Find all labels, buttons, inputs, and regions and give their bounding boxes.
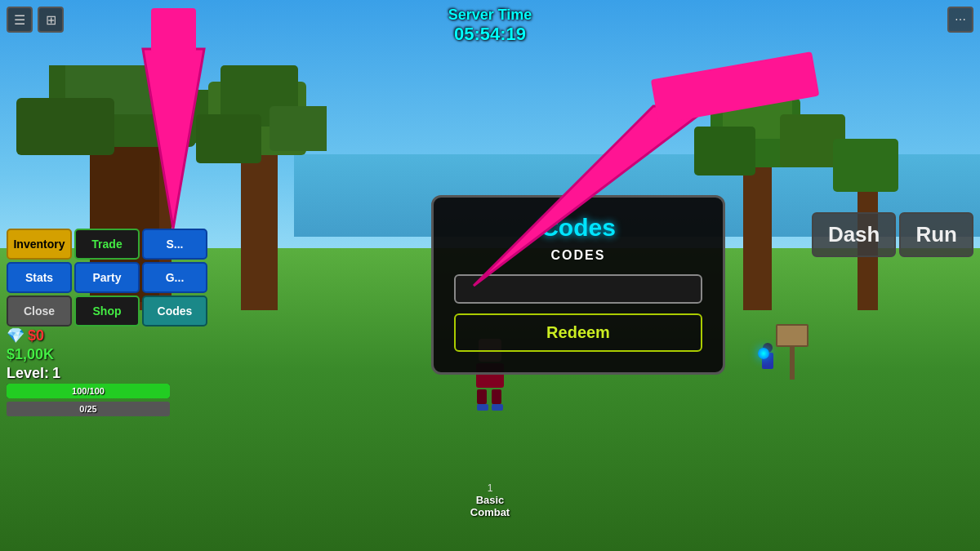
codes-modal: Codes CODES Redeem: [431, 195, 725, 375]
top-left-icons: ☰ ⊞: [7, 7, 64, 33]
codes-modal-subtitle: CODES: [454, 248, 702, 263]
left-menu: Inventory Trade S... Stats Party G... Cl…: [7, 229, 207, 327]
inventory-button[interactable]: Inventory: [7, 229, 72, 260]
guild-button[interactable]: G...: [142, 262, 207, 293]
codes-modal-title: Codes: [454, 214, 702, 242]
codes-button[interactable]: Codes: [142, 295, 207, 327]
char-leg-left: [477, 389, 487, 404]
codes-input-area: [454, 274, 702, 304]
gems-row: 💎 $0: [7, 327, 60, 344]
trade-button[interactable]: Trade: [74, 229, 140, 260]
level-row: Level: 1: [7, 365, 60, 382]
stamina-bar-background: 0/25: [7, 402, 170, 416]
shop-button[interactable]: Shop: [74, 295, 140, 327]
run-button[interactable]: Run: [899, 212, 973, 257]
sign-pole: [790, 347, 795, 380]
slot-label: Basic Combat: [470, 494, 510, 518]
level-value: 1: [52, 365, 60, 382]
diamond-icon: 💎: [7, 327, 24, 344]
redeem-button[interactable]: Redeem: [454, 313, 702, 352]
settings-icon[interactable]: ⋯: [947, 7, 973, 33]
gems-value: $0: [28, 327, 44, 344]
party-button[interactable]: Party: [74, 262, 140, 293]
svg-rect-17: [833, 139, 898, 192]
slot-number: 1: [470, 482, 510, 494]
svg-rect-9: [196, 114, 261, 163]
money-value: $1,00K: [7, 346, 54, 363]
bottom-hud: 1 Basic Combat: [470, 482, 510, 518]
hp-bar-text: 100/100: [72, 386, 105, 396]
sign-post: [776, 324, 808, 380]
svg-rect-4: [16, 98, 114, 155]
stats-button[interactable]: Stats: [7, 262, 72, 293]
dash-button[interactable]: Dash: [812, 212, 897, 257]
char-foot-left: [477, 404, 488, 411]
char-legs: [470, 389, 510, 411]
svg-rect-10: [270, 106, 327, 151]
skills-button[interactable]: S...: [142, 229, 207, 260]
sign-board: [776, 324, 808, 347]
char-foot-right: [492, 404, 503, 411]
close-button[interactable]: Close: [7, 295, 72, 327]
stats-area: 💎 $0 $1,00K Level: 1: [7, 327, 60, 384]
stamina-bar-container: 0/25: [7, 402, 170, 416]
level-label: Level:: [7, 365, 49, 382]
server-time-value: 05:54:19: [448, 24, 532, 45]
bars-area: 100/100 0/25: [7, 384, 170, 420]
right-action-buttons: Dash Run: [812, 212, 973, 257]
server-time-container: Server Time 05:54:19: [448, 7, 532, 45]
server-time-label: Server Time: [448, 7, 532, 24]
svg-rect-14: [694, 127, 755, 176]
hp-bar-background: 100/100: [7, 384, 170, 398]
hp-bar-container: 100/100: [7, 384, 170, 398]
money-row: $1,00K: [7, 346, 60, 363]
char-leg-right: [492, 389, 501, 404]
stamina-bar-text: 0/25: [79, 404, 96, 414]
glow-orb: [758, 348, 769, 359]
menu-icon[interactable]: ☰: [7, 7, 33, 33]
grid-icon[interactable]: ⊞: [38, 7, 64, 33]
